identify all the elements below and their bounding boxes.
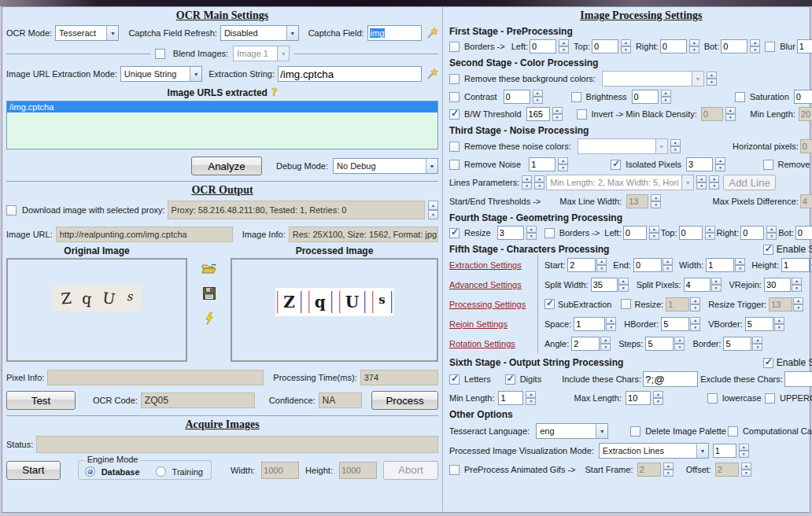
isolated-pixels-checkbox[interactable] xyxy=(611,160,621,170)
max-length6-spinner[interactable] xyxy=(653,391,663,405)
remove-noise-colors-checkbox[interactable] xyxy=(449,142,460,152)
contrast-checkbox[interactable] xyxy=(449,92,460,102)
url-list-item[interactable]: /img.cptcha xyxy=(7,101,437,112)
extraction-string-wand-icon[interactable] xyxy=(425,68,438,81)
contrast-input[interactable] xyxy=(504,90,530,104)
computational-captcha-checkbox[interactable] xyxy=(728,426,738,437)
split-pixels-input[interactable] xyxy=(684,278,710,292)
resize4-spinner[interactable] xyxy=(526,226,537,240)
preprocess-gifs-checkbox[interactable] xyxy=(449,465,460,475)
borders4-left-input[interactable] xyxy=(623,226,647,240)
blur-checkbox[interactable] xyxy=(765,42,775,52)
width5-spinner[interactable] xyxy=(735,258,745,272)
borders1-right-spinner[interactable] xyxy=(689,39,699,53)
isolated-pixels-spinner[interactable] xyxy=(715,157,725,171)
borders1-top-input[interactable] xyxy=(592,39,618,53)
stage5-enable-checkbox[interactable] xyxy=(763,245,773,255)
saturation-input[interactable] xyxy=(794,90,812,104)
contrast-spinner[interactable] xyxy=(533,90,543,104)
borders1-top-spinner[interactable] xyxy=(621,39,631,53)
remove-lines-checkbox[interactable] xyxy=(763,160,773,170)
remove-noise-checkbox[interactable] xyxy=(449,160,460,170)
captcha-refresh-select[interactable]: Disabled▼ xyxy=(220,25,299,41)
remove-noise-spinner[interactable] xyxy=(558,157,568,171)
invert-checkbox[interactable] xyxy=(577,109,587,120)
borders4-top-spinner[interactable] xyxy=(705,226,715,240)
borders1-bot-spinner[interactable] xyxy=(750,39,760,53)
remove-noise-input[interactable] xyxy=(529,157,555,171)
split-width-spinner[interactable] xyxy=(618,278,629,292)
test-button[interactable]: Test xyxy=(6,391,76,410)
process-button[interactable]: Process xyxy=(371,391,438,410)
vborder-spinner[interactable] xyxy=(774,317,784,331)
end-spinner[interactable] xyxy=(663,258,673,272)
stage6-enable-checkbox[interactable] xyxy=(763,358,773,368)
tesseract-language-select[interactable]: eng▼ xyxy=(536,423,608,439)
resize5-checkbox[interactable] xyxy=(621,299,631,309)
open-folder-icon[interactable] xyxy=(201,263,216,275)
lowercase-checkbox[interactable] xyxy=(707,393,718,404)
advanced-settings-link[interactable]: Advanced Settings xyxy=(449,280,537,289)
download-proxy-checkbox[interactable] xyxy=(6,205,17,216)
start-spinner[interactable] xyxy=(596,258,607,272)
vborder-input[interactable] xyxy=(745,317,773,331)
viz-mode-num-input[interactable] xyxy=(713,444,736,458)
angle-spinner[interactable] xyxy=(600,337,611,351)
steps-spinner[interactable] xyxy=(674,337,685,351)
rejoin-settings-link[interactable]: Rejoin Settings xyxy=(449,319,537,329)
lightning-icon[interactable] xyxy=(205,312,214,325)
width5-input[interactable] xyxy=(706,258,734,272)
min-length6-input[interactable] xyxy=(498,391,523,405)
space-input[interactable] xyxy=(574,317,605,331)
image-urls-listbox[interactable]: /img.cptcha xyxy=(6,101,438,149)
extraction-settings-link[interactable]: Extraction Settings xyxy=(449,260,537,270)
bw-threshold-spinner[interactable] xyxy=(552,107,563,121)
delete-palette-checkbox[interactable] xyxy=(630,426,640,437)
angle-input[interactable] xyxy=(571,337,600,351)
split-width-input[interactable] xyxy=(591,278,618,292)
borders4-right-input[interactable] xyxy=(740,226,764,240)
brightness-checkbox[interactable] xyxy=(571,92,581,102)
borders4-top-input[interactable] xyxy=(679,226,703,240)
vrejoin-input[interactable] xyxy=(764,278,791,292)
saturation-checkbox[interactable] xyxy=(735,92,745,102)
min-length6-spinner[interactable] xyxy=(526,391,536,405)
remove-bg-colors-checkbox[interactable] xyxy=(449,74,460,84)
ocr-mode-select[interactable]: Tesseract▼ xyxy=(55,25,119,41)
rotation-settings-link[interactable]: Rotation Settings xyxy=(449,339,537,348)
processing-settings-link[interactable]: Processing Settings xyxy=(449,300,537,309)
hborder-spinner[interactable] xyxy=(690,317,700,331)
digits-checkbox[interactable] xyxy=(505,374,515,385)
include-chars-input[interactable] xyxy=(643,371,698,387)
border-spinner[interactable] xyxy=(752,337,762,351)
exclude-chars-input[interactable] xyxy=(784,371,812,387)
borders1-bot-input[interactable] xyxy=(721,39,747,53)
borders4-right-spinner[interactable] xyxy=(766,226,777,240)
borders4-left-spinner[interactable] xyxy=(649,226,659,240)
hborder-input[interactable] xyxy=(661,317,689,331)
captcha-field-input[interactable]: img xyxy=(367,25,422,41)
proxy-spinner[interactable] xyxy=(428,201,438,219)
uppercase-checkbox[interactable] xyxy=(765,393,775,404)
borders1-right-input[interactable] xyxy=(660,39,687,53)
viz-mode-select[interactable]: Extraction Lines▼ xyxy=(599,443,709,459)
blur-input[interactable] xyxy=(797,39,812,53)
bw-threshold-checkbox[interactable] xyxy=(449,109,460,120)
debug-mode-select[interactable]: No Debug▼ xyxy=(333,158,438,174)
borders1-left-spinner[interactable] xyxy=(559,39,569,53)
training-radio[interactable] xyxy=(156,466,166,477)
start-button[interactable]: Start xyxy=(6,461,61,480)
steps-input[interactable] xyxy=(645,337,674,351)
blend-images-checkbox[interactable] xyxy=(155,49,165,59)
subextraction-checkbox[interactable] xyxy=(544,299,555,309)
start-input[interactable] xyxy=(567,258,596,272)
viz-mode-spinner[interactable] xyxy=(739,444,749,458)
letters-checkbox[interactable] xyxy=(449,374,460,385)
border-input[interactable] xyxy=(723,337,751,351)
captcha-field-wand-icon[interactable] xyxy=(425,27,438,40)
bw-threshold-input[interactable] xyxy=(526,107,550,121)
borders4-checkbox[interactable] xyxy=(544,228,555,238)
extraction-string-input[interactable] xyxy=(278,66,422,82)
isolated-pixels-input[interactable] xyxy=(686,157,713,171)
help-icon[interactable]: ? xyxy=(271,86,278,99)
